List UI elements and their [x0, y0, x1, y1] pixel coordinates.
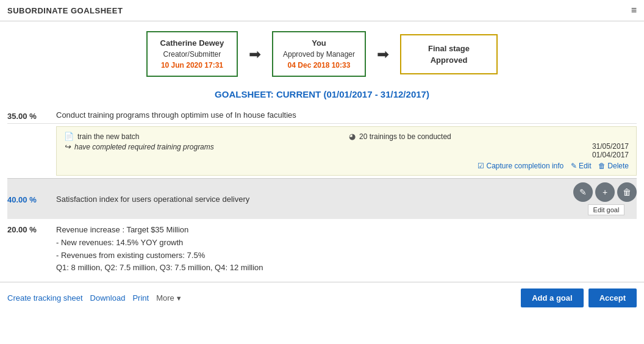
edit-link-icon: ✎ — [571, 162, 577, 170]
download-link[interactable]: Download — [90, 293, 126, 303]
delete-link[interactable]: 🗑 Delete — [598, 162, 629, 170]
checkbox-icon: ☑ — [478, 162, 484, 170]
card-2-name: You — [283, 38, 355, 48]
edit-goal-tooltip: Edit goal — [588, 204, 625, 215]
card-2-role: Approved by Manager — [283, 50, 355, 59]
subtask-left: 📄 train the new batch ↪ have completed r… — [64, 132, 344, 152]
create-tracking-link[interactable]: Create tracking sheet — [7, 293, 83, 303]
edit-goal-button[interactable]: ✎ — [573, 182, 593, 202]
subtask-item-2: ↪ have completed required training progr… — [64, 142, 344, 151]
goal-3-text: Revenue increase : Target $35 Million - … — [56, 224, 637, 274]
goal-3-percent: 20.00 % — [7, 224, 56, 234]
goal-row-2: 40.00 % Satisfaction index for users ope… — [7, 178, 637, 219]
goal-2-text: Satisfaction index for users operational… — [56, 195, 566, 204]
pie-icon: ◕ — [349, 132, 356, 141]
goal-1-text: Conduct training programs through optimi… — [56, 110, 637, 120]
goalsheet-title: GOALSHEET: CURRENT (01/01/2017 - 31/12/2… — [0, 84, 644, 107]
capture-completion-link[interactable]: ☑ Capture completion info — [478, 162, 565, 170]
subtask-actions: ☑ Capture completion info ✎ Edit 🗑 Delet… — [349, 162, 629, 170]
add-goal-button[interactable]: + — [595, 182, 615, 202]
footer: Create tracking sheet Download Print Mor… — [0, 282, 644, 314]
goal-row-1: 35.00 % Conduct training programs throug… — [7, 107, 637, 124]
arrow-subtask-icon: ↪ — [64, 142, 71, 151]
card-3-name: Final stage — [413, 44, 484, 53]
more-label: More — [156, 293, 174, 303]
menu-icon[interactable]: ≡ — [631, 5, 637, 16]
subtask-item-right: ◕ 20 trainings to be conducted — [349, 132, 629, 141]
subtask-item-1: 📄 train the new batch — [64, 132, 344, 141]
subtask-area: 📄 train the new batch ↪ have completed r… — [56, 126, 637, 176]
edit-link[interactable]: ✎ Edit — [571, 162, 593, 170]
accept-button[interactable]: Accept — [589, 288, 637, 307]
goal-2-actions: ✎ + 🗑 Edit goal — [573, 182, 637, 215]
subtask-date-1: 31/05/2017 — [349, 142, 629, 151]
card-3-status: Approved — [413, 56, 484, 65]
approval-card-3: Final stage Approved — [400, 34, 498, 74]
subtask-right-text: 20 trainings to be conducted — [359, 132, 451, 141]
chevron-down-icon: ▼ — [176, 295, 182, 302]
page-header: SUBORDINATE GOALSHEET ≡ — [0, 0, 644, 21]
content-area: 35.00 % Conduct training programs throug… — [0, 107, 644, 277]
doc-icon: 📄 — [64, 132, 74, 141]
arrow-2-icon: ➡ — [371, 46, 395, 63]
subtask-date-2: 01/04/2017 — [349, 151, 629, 159]
arrow-1-icon: ➡ — [243, 46, 267, 63]
add-goal-button-footer[interactable]: Add a goal — [521, 288, 583, 307]
card-1-name: Catherine Dewey — [157, 38, 227, 48]
card-1-role: Creator/Submitter — [157, 50, 227, 59]
goal-1-percent: 35.00 % — [7, 110, 56, 121]
goal-2-percent: 40.00 % — [7, 194, 56, 204]
footer-buttons: Add a goal Accept — [521, 288, 637, 307]
card-1-date: 10 Jun 2020 17:31 — [157, 61, 227, 70]
subtask-dates: 31/05/2017 01/04/2017 — [349, 142, 629, 159]
card-2-date: 04 Dec 2018 10:33 — [283, 61, 355, 70]
approval-flow: Catherine Dewey Creator/Submitter 10 Jun… — [0, 21, 644, 84]
trash-icon: 🗑 — [598, 162, 606, 170]
subtask-item-1-text: train the new batch — [77, 132, 139, 141]
footer-links: Create tracking sheet Download Print Mor… — [7, 293, 182, 303]
more-dropdown[interactable]: More ▼ — [156, 293, 182, 303]
delete-goal-button[interactable]: 🗑 — [617, 182, 637, 202]
subtask-row: 📄 train the new batch ↪ have completed r… — [64, 132, 629, 170]
subtask-item-2-text: have completed required training program… — [74, 143, 214, 151]
approval-card-2: You Approved by Manager 04 Dec 2018 10:3… — [272, 31, 366, 77]
subtask-right: ◕ 20 trainings to be conducted 31/05/201… — [349, 132, 629, 170]
print-link[interactable]: Print — [132, 293, 149, 303]
approval-card-1: Catherine Dewey Creator/Submitter 10 Jun… — [146, 31, 238, 77]
page-title: SUBORDINATE GOALSHEET — [7, 6, 123, 15]
goal-row-3: 20.00 % Revenue increase : Target $35 Mi… — [7, 219, 637, 277]
